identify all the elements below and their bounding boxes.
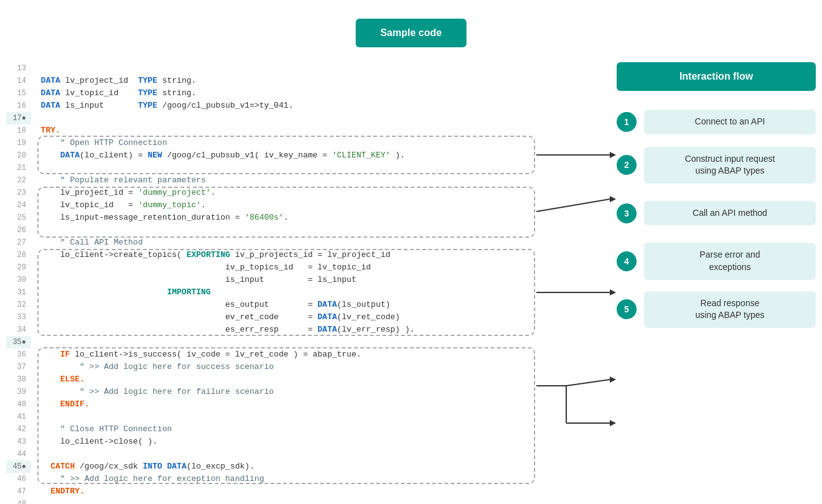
line-num-16: 16 [6,100,31,112]
line-num-42: 42 [6,423,31,436]
flow-badge-5: 5 [617,299,637,319]
code-content-38: ELSE. [31,373,541,386]
line-num-35: 35● [6,336,31,348]
code-line-31: 31 IMPORTING [6,286,541,299]
line-num-37: 37 [6,361,31,373]
code-line-29: 29 iv_p_topics_id = lv_topic_id [6,261,541,274]
code-line-37: 37 " >> Add logic here for success scena… [6,361,541,373]
code-content-43: lo_client->close( ). [31,436,541,448]
code-content-16: DATA ls_input TYPE /goog/cl_pubsub_v1=>t… [31,100,541,112]
code-content-23: lv_project_id = 'dummy_project'. [31,187,541,199]
code-content-20: DATA(lo_client) = NEW /goog/cl_pubsub_v1… [31,149,541,162]
code-line-25: 25 ls_input-message_retention_duration =… [6,212,541,224]
code-content-22: " Populate relevant parameters [31,174,541,187]
code-content-40: ENDIF. [31,398,541,411]
svg-line-2 [536,199,610,212]
flow-badge-3: 3 [617,203,637,223]
svg-marker-1 [610,152,616,158]
code-line-48: 48 [6,498,541,504]
code-content-37: " >> Add logic here for success scenario [31,361,541,373]
line-num-45: 45● [6,460,31,473]
flow-box-4: Parse error andexceptions [644,243,816,279]
code-line-15: 15 DATA lv_topic_id TYPE string. [6,87,541,100]
line-num-38: 38 [6,373,31,386]
line-num-36: 36 [6,348,31,361]
line-num-19: 19 [6,137,31,149]
code-line-16: 16 DATA ls_input TYPE /goog/cl_pubsub_v1… [6,100,541,112]
flow-item-1: 1 Connect to an API [617,110,816,134]
code-line-20: 20 DATA(lo_client) = NEW /goog/cl_pubsub… [6,149,541,162]
code-line-43: 43 lo_client->close( ). [6,436,541,448]
line-num-27: 27 [6,236,31,249]
line-num-17: 17● [6,112,31,124]
line-num-23: 23 [6,187,31,199]
sample-code-button[interactable]: Sample code [355,19,467,47]
line-num-46: 46 [6,473,31,485]
flow-badge-2: 2 [617,155,637,175]
code-line-33: 33 ev_ret_code = DATA(lv_ret_code) [6,311,541,324]
line-num-43: 43 [6,436,31,448]
line-num-29: 29 [6,261,31,274]
flow-item-5: 5 Read responseusing ABAP types [617,291,816,328]
code-content-39: " >> Add logic here for failure scenario [31,386,541,398]
line-num-31: 31 [6,286,31,299]
line-num-33: 33 [6,311,31,324]
line-num-40: 40 [6,398,31,411]
flow-item-2: 2 Construct input requestusing ABAP type… [617,147,816,184]
code-line-34: 34 es_err_resp = DATA(lv_err_resp) ). [6,324,541,336]
svg-line-8 [566,380,610,386]
svg-marker-9 [610,376,616,383]
code-line-41: 41 [6,411,541,423]
flow-badge-4: 4 [617,251,637,271]
code-content-25: ls_input-message_retention_duration = '8… [31,212,541,224]
code-line-30: 30 is_input = ls_input [6,274,541,286]
code-line-36: 36 IF lo_client->is_success( iv_code = l… [6,348,541,361]
code-line-44: 44 [6,448,541,460]
code-line-24: 24 lv_topic_id = 'dummy_topic'. [6,199,541,212]
code-line-32: 32 es_output = DATA(ls_output) [6,299,541,311]
flow-box-1: Connect to an API [644,110,816,134]
flow-item-3: 3 Call an API method [617,201,816,226]
code-line-21: 21 [6,162,541,174]
code-content-33: ev_ret_code = DATA(lv_ret_code) [31,311,541,324]
line-num-21: 21 [6,162,31,174]
flow-badge-1: 1 [617,112,637,132]
code-content-46: " >> Add logic here for exception handli… [31,473,541,485]
line-num-20: 20 [6,149,31,162]
code-line-22: 22 " Populate relevant parameters [6,174,541,187]
interaction-panel: Interaction flow 1 Connect to an API 2 C… [617,62,816,328]
code-content-42: " Close HTTP Connection [31,423,541,436]
line-num-32: 32 [6,299,31,311]
line-num-44: 44 [6,448,31,460]
code-line-42: 42 " Close HTTP Connection [6,423,541,436]
flow-box-2: Construct input requestusing ABAP types [644,147,816,184]
line-num-22: 22 [6,174,31,187]
code-content-18: TRY. [31,124,541,137]
line-num-47: 47 [6,485,31,498]
svg-marker-3 [610,196,616,202]
flow-box-3: Call an API method [644,201,816,226]
code-line-26: 26 [6,224,541,236]
line-num-13: 13 [6,62,31,75]
code-line-46: 46 " >> Add logic here for exception han… [6,473,541,485]
code-area: 13 14 DATA lv_project_id TYPE string. 15… [6,62,541,504]
line-num-28: 28 [6,249,31,261]
code-content-15: DATA lv_topic_id TYPE string. [31,87,541,100]
code-line-13: 13 [6,62,541,75]
code-line-27: 27 " Call API Method [6,236,541,249]
code-line-35: 35● [6,336,541,348]
flow-item-4: 4 Parse error andexceptions [617,243,816,279]
line-num-30: 30 [6,274,31,286]
code-content-31: IMPORTING [31,286,541,299]
line-num-41: 41 [6,411,31,423]
code-line-45: 45● CATCH /goog/cx_sdk INTO DATA(lo_excp… [6,460,541,473]
code-content-19: " Open HTTP Connection [31,137,541,149]
code-line-47: 47 ENDTRY. [6,485,541,498]
code-line-39: 39 " >> Add logic here for failure scena… [6,386,541,398]
code-line-18: 18 TRY. [6,124,541,137]
code-content-47: ENDTRY. [31,485,541,498]
code-content-24: lv_topic_id = 'dummy_topic'. [31,199,541,212]
interaction-flow-title: Interaction flow [617,62,816,91]
code-content-28: lo_client->create_topics( EXPORTING iv_p… [31,249,541,261]
svg-marker-11 [610,420,616,426]
